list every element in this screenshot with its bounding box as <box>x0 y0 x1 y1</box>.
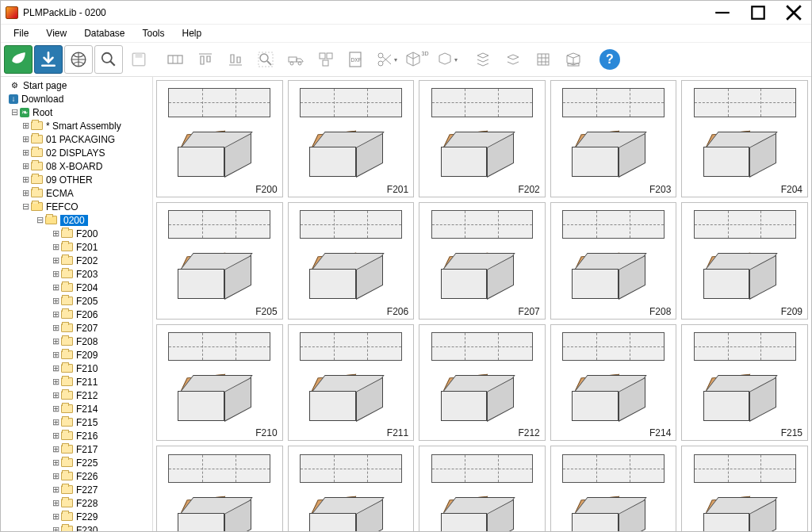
expand-icon[interactable]: ⊞ <box>20 162 31 170</box>
expand-icon[interactable]: ⊞ <box>50 445 61 454</box>
tree-folder[interactable]: ⊞ * Smart Assembly <box>1 119 152 132</box>
tree-leaf[interactable]: ⊞ F207 <box>1 321 152 335</box>
tree-leaf[interactable]: ⊞ F206 <box>1 308 152 321</box>
expand-icon[interactable]: ⊞ <box>50 526 61 531</box>
tree-leaf[interactable]: ⊞ F212 <box>1 388 152 402</box>
thumbnail-item[interactable]: F217 <box>288 446 415 531</box>
thumbnail-item[interactable]: F206 <box>288 202 415 320</box>
tree-leaf[interactable]: ⊞ F201 <box>1 240 152 254</box>
toolbar-help[interactable]: ? <box>596 45 624 74</box>
tree-leaf[interactable]: ⊞ F217 <box>1 442 152 456</box>
menu-tools[interactable]: Tools <box>135 26 173 40</box>
expand-icon[interactable]: ⊞ <box>50 391 61 400</box>
thumbnail-item[interactable]: F220 <box>681 446 808 531</box>
tree-folder[interactable]: ⊞ ECMA <box>1 186 152 200</box>
tree-folder[interactable]: ⊟ FEFCO <box>1 200 152 213</box>
expand-icon[interactable]: ⊞ <box>20 189 31 197</box>
thumbnail-item[interactable]: F214 <box>550 324 677 442</box>
expand-icon[interactable]: ⊞ <box>20 175 31 184</box>
thumbnail-item[interactable]: F207 <box>419 202 546 320</box>
toolbar-download[interactable] <box>34 45 63 74</box>
tree-leaf[interactable]: ⊞ F215 <box>1 415 152 429</box>
toolbar-pallet[interactable] <box>559 45 588 74</box>
tree-leaf[interactable]: ⊞ F205 <box>1 294 152 308</box>
thumbnail-item[interactable]: F202 <box>419 80 546 197</box>
thumbnail-item[interactable]: F204 <box>681 80 808 197</box>
tree-leaf[interactable]: ⊞ F216 <box>1 429 152 442</box>
expand-icon[interactable]: ⊞ <box>50 337 61 346</box>
toolbar-stack-2[interactable] <box>499 45 527 74</box>
tree-leaf[interactable]: ⊞ F204 <box>1 281 152 294</box>
expand-icon[interactable]: ⊞ <box>50 499 61 507</box>
tree-leaf[interactable]: ⊞ F209 <box>1 348 152 362</box>
menu-file[interactable]: File <box>6 26 36 40</box>
thumbnail-item[interactable]: F208 <box>550 202 677 320</box>
maximize-button[interactable] <box>740 1 776 24</box>
thumbnail-item[interactable]: F201 <box>288 80 415 197</box>
thumbnail-item[interactable]: F210 <box>156 324 283 442</box>
thumbnail-item[interactable]: F215 <box>681 324 808 442</box>
expand-icon[interactable]: ⊞ <box>50 364 61 373</box>
thumbnail-item[interactable]: F203 <box>550 80 677 197</box>
toolbar-layout-1[interactable] <box>161 45 190 74</box>
tree-leaf[interactable]: ⊞ F226 <box>1 469 152 483</box>
tree-folder[interactable]: ⊞ 01 PACKAGING <box>1 132 152 146</box>
toolbar-dxf[interactable]: DXF <box>342 45 370 74</box>
toolbar-3d[interactable]: 3D <box>402 45 431 74</box>
toolbar-zoom-fit[interactable] <box>251 45 280 74</box>
thumbnail-item[interactable]: F219 <box>550 446 677 531</box>
toolbar-boxes[interactable] <box>312 45 340 74</box>
expand-icon[interactable]: ⊞ <box>50 297 61 305</box>
tree-leaf[interactable]: ⊞ F225 <box>1 456 152 469</box>
expand-icon[interactable]: ⊞ <box>50 512 61 521</box>
expand-icon[interactable]: ⊞ <box>50 270 61 278</box>
tree-leaf[interactable]: ⊞ F208 <box>1 335 152 348</box>
toolbar-truck[interactable] <box>282 45 310 74</box>
expand-icon[interactable]: ⊞ <box>50 229 61 238</box>
tree-leaf[interactable]: ⊞ F210 <box>1 362 152 375</box>
collapse-icon[interactable]: ⊟ <box>20 202 31 211</box>
thumbnail-item[interactable]: F216 <box>156 446 283 531</box>
expand-icon[interactable]: ⊞ <box>50 256 61 265</box>
expand-icon[interactable]: ⊞ <box>20 135 31 144</box>
tree-root[interactable]: ⊟ ❧ Root <box>1 105 152 119</box>
toolbar-stack-3[interactable] <box>529 45 557 74</box>
tree-leaf[interactable]: ⊞ F202 <box>1 254 152 267</box>
tree-leaf[interactable]: ⊞ F228 <box>1 496 152 510</box>
toolbar-stack-1[interactable] <box>469 45 497 74</box>
tree-folder[interactable]: ⊞ 08 X-BOARD <box>1 159 152 173</box>
menu-database[interactable]: Database <box>76 26 132 40</box>
thumbnail-item[interactable]: F209 <box>681 202 808 320</box>
tree-leaf[interactable]: ⊞ F211 <box>1 375 152 388</box>
close-button[interactable] <box>776 1 811 24</box>
toolbar-layout-2[interactable] <box>191 45 220 74</box>
tree-fefco-0200[interactable]: ⊟ 0200 <box>1 213 152 227</box>
expand-icon[interactable]: ⊞ <box>50 350 61 359</box>
tree-folder[interactable]: ⊞ 09 OTHER <box>1 173 152 186</box>
tree-leaf[interactable]: ⊞ F203 <box>1 267 152 281</box>
thumbnail-item[interactable]: F200 <box>156 80 283 197</box>
expand-icon[interactable]: ⊞ <box>20 148 31 157</box>
thumbnail-item[interactable]: F212 <box>419 324 546 442</box>
tree-folder[interactable]: ⊞ 02 DISPLAYS <box>1 146 152 159</box>
toolbar-new-leaf[interactable] <box>4 45 33 74</box>
tree-leaf[interactable]: ⊞ F200 <box>1 227 152 240</box>
toolbar-globe[interactable] <box>64 45 93 74</box>
menu-view[interactable]: View <box>38 26 75 40</box>
tree-leaf[interactable]: ⊞ F229 <box>1 510 152 523</box>
expand-icon[interactable]: ⊞ <box>50 323 61 332</box>
thumbnail-item[interactable]: F211 <box>288 324 415 442</box>
expand-icon[interactable]: ⊞ <box>50 283 61 292</box>
sidebar-tree[interactable]: ⚙ Start page ↓ Download ⊟ ❧ Root ⊞ * Sma… <box>1 77 153 531</box>
expand-icon[interactable]: ⊞ <box>50 310 61 319</box>
expand-icon[interactable]: ⊞ <box>50 404 61 413</box>
tree-leaf[interactable]: ⊞ F227 <box>1 483 152 496</box>
minimize-button[interactable] <box>704 1 740 24</box>
thumbnail-item[interactable]: F218 <box>419 446 546 531</box>
expand-icon[interactable]: ⊞ <box>50 243 61 251</box>
collapse-icon[interactable]: ⊟ <box>9 108 20 117</box>
menu-help[interactable]: Help <box>174 26 210 40</box>
expand-icon[interactable]: ⊞ <box>20 121 31 130</box>
expand-icon[interactable]: ⊞ <box>50 431 61 440</box>
toolbar-3d-drop[interactable]: ▾ <box>432 45 461 74</box>
